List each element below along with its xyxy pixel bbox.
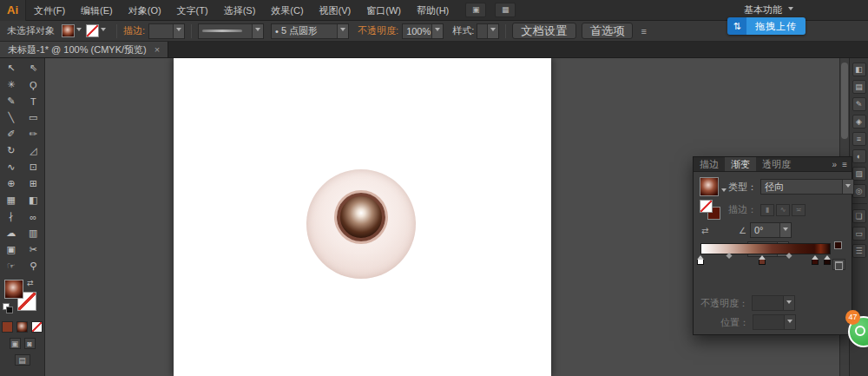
width-tool-icon[interactable]: ∿ <box>0 159 23 175</box>
document-setup-button[interactable]: 文档设置 <box>512 23 575 39</box>
type-tool-icon[interactable]: T <box>23 93 45 109</box>
scrollbar-thumb[interactable] <box>841 63 848 139</box>
lasso-tool-icon[interactable]: Ϙ <box>23 76 45 93</box>
draw-normal-mode-icon[interactable]: ▣ <box>10 338 21 349</box>
gradient-fill-stroke-proxy[interactable] <box>700 200 724 221</box>
eyeball-artwork[interactable] <box>306 169 416 279</box>
panel-tab-transparency[interactable]: 透明度 <box>756 157 797 171</box>
gradient-button[interactable] <box>16 321 28 333</box>
paintbrush-tool-icon[interactable]: ✐ <box>0 126 23 142</box>
magic-wand-tool-icon[interactable]: ✳ <box>0 76 23 93</box>
menu-item-object[interactable]: 对象(O) <box>121 0 169 21</box>
stroke-link[interactable]: 描边: <box>123 24 145 37</box>
pencil-tool-icon[interactable]: ✏ <box>23 126 45 142</box>
stroke-color-swatch <box>86 24 99 37</box>
hand-tool-icon[interactable]: ☞ <box>0 258 23 274</box>
dock-gradient-icon[interactable]: ◐ <box>852 149 866 163</box>
gradient-end-color-swatch[interactable] <box>834 241 842 249</box>
opacity-dropdown[interactable]: 100% <box>402 23 444 39</box>
dock-symbols-icon[interactable]: ◈ <box>852 115 866 129</box>
gradient-thumbnail[interactable] <box>700 177 719 196</box>
stroke-color-dropdown[interactable] <box>86 24 106 37</box>
chevron-down-icon[interactable] <box>721 188 727 195</box>
style-dropdown[interactable] <box>477 23 499 39</box>
delete-stop-icon[interactable] <box>832 259 845 270</box>
draw-behind-mode-icon[interactable]: ◙ <box>24 338 36 349</box>
rectangle-tool-icon[interactable]: ▭ <box>23 109 45 126</box>
gradient-within-stroke-icon[interactable]: ▮ <box>760 204 774 216</box>
menu-item-window[interactable]: 窗口(W) <box>358 0 409 21</box>
brush-definition-dropdown[interactable]: • 5 点圆形 <box>271 23 349 39</box>
workspace-switcher[interactable]: 基本功能 <box>744 3 793 16</box>
gradient-angle-dropdown[interactable]: 0° <box>750 222 792 238</box>
blend-tool-icon[interactable]: ∞ <box>23 208 45 225</box>
reverse-gradient-icon[interactable]: ⇄ <box>701 226 708 235</box>
dock-stroke-icon[interactable]: ≡ <box>852 132 866 146</box>
menu-item-type[interactable]: 文字(T) <box>169 0 216 21</box>
perspective-grid-tool-icon[interactable]: ⊞ <box>23 175 45 192</box>
opacity-link[interactable]: 不透明度: <box>358 24 398 37</box>
collapse-panel-icon[interactable]: » <box>832 160 838 169</box>
menu-item-file[interactable]: 文件(F) <box>26 0 73 21</box>
screen-mode-icon[interactable]: ▤ <box>15 354 30 366</box>
gradient-along-stroke-icon[interactable]: ∿ <box>776 204 790 216</box>
dock-align-icon[interactable]: ☰ <box>852 244 866 258</box>
panel-menu-icon[interactable]: ≡ <box>842 160 847 169</box>
none-button[interactable] <box>31 321 43 333</box>
rotate-tool-icon[interactable]: ↻ <box>0 142 23 159</box>
gradient-slider-bar[interactable] <box>700 243 831 254</box>
artboard[interactable] <box>174 58 551 376</box>
swap-fill-stroke-icon[interactable]: ⇄ <box>27 279 34 287</box>
stop-position-dropdown[interactable] <box>753 314 796 330</box>
gradient-tool-icon[interactable]: ◧ <box>23 192 45 208</box>
gradient-across-stroke-icon[interactable]: ≍ <box>792 204 806 216</box>
document-tab[interactable]: 未标题-1* @ 100% (CMYK/预览) × <box>0 42 168 57</box>
dock-swatches-icon[interactable]: ▤ <box>852 80 866 94</box>
dock-artboards-icon[interactable]: ▭ <box>852 227 866 241</box>
menu-item-help[interactable]: 帮助(H) <box>409 0 457 21</box>
dock-brushes-icon[interactable]: ✎ <box>852 97 866 111</box>
stop-opacity-dropdown[interactable] <box>752 295 795 311</box>
zoom-tool-icon[interactable]: ⚲ <box>23 258 45 274</box>
separator <box>116 24 117 38</box>
control-panel-menu-icon[interactable]: ≡ <box>641 26 646 36</box>
preferences-button[interactable]: 首选项 <box>582 23 634 39</box>
panel-tab-gradient[interactable]: 渐变 <box>725 157 756 171</box>
line-segment-tool-icon[interactable]: ╲ <box>0 109 23 126</box>
menu-item-effect[interactable]: 效果(C) <box>263 0 311 21</box>
column-graph-tool-icon[interactable]: ▥ <box>23 225 45 241</box>
bridge-icon[interactable]: ▣ <box>465 3 486 17</box>
stop-opacity-label: 不透明度： <box>700 297 748 310</box>
gradient-type-dropdown[interactable]: 径向 <box>760 179 854 195</box>
arrange-documents-icon[interactable]: ▦ <box>495 3 516 17</box>
gradient-stop[interactable] <box>697 259 704 265</box>
width-profile-dropdown[interactable] <box>198 23 264 39</box>
default-fill-stroke-icon[interactable] <box>3 303 11 312</box>
eyedropper-tool-icon[interactable]: ∤ <box>0 208 23 225</box>
fill-proxy-swatch[interactable] <box>4 280 23 299</box>
fill-color-dropdown[interactable] <box>62 24 82 37</box>
pen-tool-icon[interactable]: ✎ <box>0 93 23 109</box>
gradient-stop[interactable] <box>812 259 819 265</box>
scale-tool-icon[interactable]: ◿ <box>23 142 45 159</box>
gradient-stop[interactable] <box>824 259 831 265</box>
dock-color-icon[interactable]: ◧ <box>852 63 866 76</box>
dock-layers-icon[interactable]: ❏ <box>852 209 866 223</box>
slice-tool-icon[interactable]: ✂ <box>23 241 45 258</box>
direct-selection-tool-icon[interactable]: ⇖ <box>23 60 45 76</box>
close-icon[interactable]: × <box>155 44 160 55</box>
mesh-tool-icon[interactable]: ▦ <box>0 192 23 208</box>
panel-tab-stroke[interactable]: 描边 <box>694 157 725 171</box>
drag-upload-button[interactable]: ⇅ 拖拽上传 <box>727 17 806 35</box>
free-transform-tool-icon[interactable]: ⊡ <box>23 159 45 175</box>
symbol-sprayer-tool-icon[interactable]: ☁ <box>0 225 23 241</box>
gradient-stop[interactable] <box>759 259 766 265</box>
menu-item-select[interactable]: 选择(S) <box>216 0 264 21</box>
color-button[interactable] <box>2 321 13 333</box>
artboard-tool-icon[interactable]: ▣ <box>0 241 23 258</box>
menu-item-edit[interactable]: 编辑(E) <box>73 0 121 21</box>
menu-item-view[interactable]: 视图(V) <box>312 0 359 21</box>
selection-tool-icon[interactable]: ↖ <box>0 60 23 76</box>
shape-builder-tool-icon[interactable]: ⊕ <box>0 175 23 192</box>
stroke-weight-dropdown[interactable] <box>148 23 185 39</box>
